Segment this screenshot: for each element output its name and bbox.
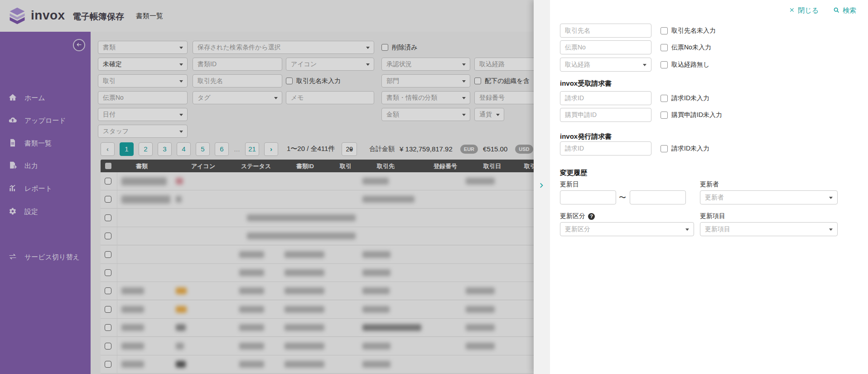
panel-section-title-2: invox発行請求書 (560, 132, 612, 141)
chevron-down-icon (685, 228, 689, 233)
panel-collapse-strip (534, 0, 550, 374)
search-button[interactable]: 検索 (833, 6, 856, 15)
panel-input-1[interactable]: 取引先名 (560, 24, 651, 38)
panel-section-title-1: invox受取請求書 (560, 79, 612, 88)
panel-input-5[interactable]: 購買申請ID (560, 108, 651, 122)
update-type-label: 更新区分 ? (560, 212, 595, 220)
checkbox[interactable] (661, 112, 668, 119)
checkbox[interactable] (661, 95, 668, 102)
panel-checkbox-6[interactable]: 請求ID未入力 (661, 141, 709, 155)
history-section-title: 変更履歴 (560, 169, 587, 177)
close-button[interactable]: 閉じる (789, 6, 819, 15)
panel-checkbox-4[interactable]: 請求ID未入力 (661, 91, 709, 105)
updated-date-to-input[interactable] (630, 190, 686, 204)
panel-input-6[interactable]: 請求ID (560, 141, 651, 155)
chevron-right-icon[interactable] (538, 181, 546, 191)
update-item-label: 更新項目 (700, 212, 725, 220)
updated-date-label: 更新日 (560, 180, 579, 189)
search-icon (833, 7, 840, 15)
checkbox[interactable] (661, 44, 668, 51)
app-window: invox 電子帳簿保存 書類一覧 ホームアップロード書類一覧出力レポート設定サ… (0, 0, 868, 374)
updated-date-from-input[interactable] (560, 190, 616, 204)
chevron-down-icon (829, 197, 833, 201)
panel-checkbox-3[interactable]: 取込経路無し (661, 58, 709, 72)
search-button-label: 検索 (843, 6, 856, 15)
panel-checkbox-1[interactable]: 取引先名未入力 (661, 24, 716, 38)
panel-input-2[interactable]: 伝票No (560, 40, 651, 54)
updater-select[interactable]: 更新者 (700, 190, 838, 204)
panel-select-3[interactable]: 取込経路 (560, 58, 651, 72)
help-icon[interactable]: ? (588, 213, 595, 220)
panel-input-4[interactable]: 請求ID (560, 91, 651, 105)
panel-checkbox-2[interactable]: 伝票No未入力 (661, 40, 711, 54)
panel-checkbox-5[interactable]: 購買申請ID未入力 (661, 108, 722, 122)
checkbox[interactable] (661, 27, 668, 34)
update-type-select-placeholder: 更新区分 (565, 225, 590, 233)
update-item-select[interactable]: 更新項目 (700, 222, 838, 236)
date-range-separator: 〜 (619, 193, 626, 203)
checkbox[interactable] (661, 61, 668, 68)
close-icon (789, 7, 795, 15)
chevron-down-icon (829, 228, 833, 233)
search-panel: 閉じる 検索 取引先名取引先名未入力伝票No伝票No未入力取込経路取込経路無しi… (534, 0, 868, 374)
checkbox[interactable] (661, 145, 668, 152)
updater-label: 更新者 (700, 180, 719, 189)
chevron-down-icon (643, 64, 646, 68)
update-item-select-placeholder: 更新項目 (705, 225, 730, 233)
updater-select-placeholder: 更新者 (705, 194, 724, 202)
update-type-select[interactable]: 更新区分 (560, 222, 694, 236)
close-button-label: 閉じる (798, 6, 819, 15)
panel-actions: 閉じる 検索 (789, 6, 856, 15)
